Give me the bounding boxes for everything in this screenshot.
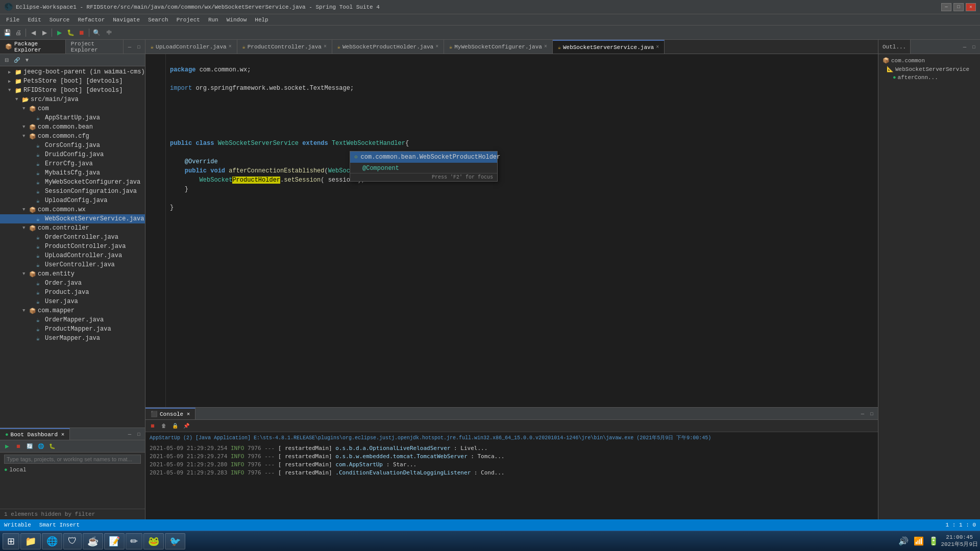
- outline-item-com[interactable]: 📦 com.common: [880, 56, 978, 65]
- sidebar-minimize-btn[interactable]: ─: [126, 43, 134, 51]
- save-button[interactable]: 💾: [2, 28, 12, 38]
- editor-tab-WebSocketServerService-java[interactable]: ☕WebSocketServerService.java×: [553, 40, 665, 54]
- tree-item[interactable]: ▼📁RFIDStore [boot] [devtools]: [0, 86, 145, 95]
- tree-item[interactable]: ☕AppStartUp.java: [0, 113, 145, 122]
- close-button[interactable]: ✕: [966, 3, 976, 11]
- menu-item-search[interactable]: Search: [144, 16, 173, 24]
- sidebar-maximize-btn[interactable]: □: [135, 43, 143, 51]
- stop-button[interactable]: ⏹: [77, 28, 87, 38]
- tree-item[interactable]: ▼📂src/main/java: [0, 95, 145, 104]
- tree-item[interactable]: ☕UserController.java: [0, 260, 145, 269]
- tab-close[interactable]: ×: [229, 44, 232, 49]
- boot-restart-btn[interactable]: 🔄: [24, 441, 35, 452]
- taskbar-shield[interactable]: 🛡: [63, 533, 82, 549]
- console-pin-btn[interactable]: 📌: [181, 421, 191, 431]
- tree-item[interactable]: ☕ProductMapper.java: [0, 324, 145, 334]
- tree-item[interactable]: ▶📁jeecg-boot-parent (in waimai-cms): [0, 67, 145, 77]
- taskbar-browser[interactable]: 🌐: [42, 533, 62, 549]
- tree-item[interactable]: ☕OrderController.java: [0, 233, 145, 242]
- boot-debug-btn[interactable]: 🐛: [47, 441, 57, 452]
- tree-item[interactable]: ▼📦com.common.wx: [0, 205, 145, 214]
- back-button[interactable]: ◀: [28, 28, 38, 38]
- search-button[interactable]: 🔍: [91, 28, 102, 38]
- outline-item-class[interactable]: 📐 WebSocketServerService: [880, 65, 978, 73]
- tree-item[interactable]: ☕ProductController.java: [0, 242, 145, 251]
- boot-dashboard-tab[interactable]: ● Boot Dashboard ×: [0, 428, 70, 440]
- tree-item[interactable]: ▼📦com.common.cfg: [0, 132, 145, 141]
- forward-button[interactable]: ▶: [39, 28, 50, 38]
- tab-close[interactable]: ×: [435, 44, 438, 49]
- view-menu-btn[interactable]: ▼: [22, 56, 32, 65]
- tab-close[interactable]: ×: [324, 44, 327, 49]
- run-button[interactable]: ▶: [54, 28, 64, 38]
- menu-item-run[interactable]: Run: [204, 16, 223, 24]
- ac-item-0[interactable]: ○ com.common.bean.WebSocketProductHolder: [350, 152, 497, 163]
- project-explorer-tab[interactable]: Project Explorer: [66, 40, 124, 54]
- editor-tab-WebSocketProductHolder-java[interactable]: ☕WebSocketProductHolder.java×: [332, 40, 444, 54]
- package-explorer-tab[interactable]: 📦 Package Explorer: [0, 40, 66, 54]
- tree-item[interactable]: ▼📦com.mapper: [0, 306, 145, 315]
- console-scroll-lock-btn[interactable]: 🔒: [170, 421, 180, 431]
- tree-item[interactable]: ☕MybaitsCfg.java: [0, 168, 145, 178]
- minimize-button[interactable]: ─: [941, 3, 951, 11]
- tree-item[interactable]: ▼📦com.controller: [0, 223, 145, 233]
- tab-close[interactable]: ×: [656, 44, 659, 50]
- right-minimize-btn[interactable]: ─: [961, 43, 969, 51]
- taskbar-bird[interactable]: 🐦: [165, 533, 185, 549]
- boot-minimize-btn[interactable]: ─: [126, 430, 134, 438]
- tree-item[interactable]: ☕UserMapper.java: [0, 334, 145, 343]
- menu-item-navigate[interactable]: Navigate: [109, 16, 144, 24]
- menu-item-edit[interactable]: Edit: [23, 16, 45, 24]
- console-clear-btn[interactable]: 🗑: [159, 421, 169, 431]
- menu-item-help[interactable]: Help: [251, 16, 272, 24]
- boot-local-item[interactable]: ● local: [4, 466, 141, 474]
- boot-start-btn[interactable]: ▶: [2, 441, 12, 452]
- tree-item[interactable]: ▼📦com: [0, 104, 145, 113]
- boot-stop-btn[interactable]: ⏹: [13, 441, 23, 452]
- print-button[interactable]: 🖨: [13, 28, 23, 38]
- tree-item[interactable]: ☕ErrorCfg.java: [0, 159, 145, 168]
- boot-open-btn[interactable]: 🌐: [36, 441, 46, 452]
- menu-item-project[interactable]: Project: [173, 16, 204, 24]
- tree-item[interactable]: ☕CorsConfig.java: [0, 141, 145, 150]
- tree-item[interactable]: ☕DruidConfig.java: [0, 150, 145, 159]
- taskbar-editor2[interactable]: ✏: [126, 533, 142, 549]
- outline-tab[interactable]: Outl...: [878, 40, 911, 54]
- console-maximize-btn[interactable]: □: [868, 410, 876, 418]
- taskbar-frog[interactable]: 🐸: [143, 533, 164, 549]
- tree-item[interactable]: ☕SessionConfiguration.java: [0, 187, 145, 196]
- collapse-all-btn[interactable]: ⊟: [2, 56, 11, 65]
- start-button[interactable]: ⊞: [3, 533, 19, 549]
- tree-item[interactable]: ▼📦com.entity: [0, 269, 145, 279]
- link-editor-btn[interactable]: 🔗: [12, 56, 21, 65]
- outline-item-method[interactable]: ● afterConn...: [880, 73, 978, 82]
- tree-item[interactable]: ☕UploadConfig.java: [0, 196, 145, 205]
- menu-item-source[interactable]: Source: [45, 16, 74, 24]
- right-maximize-btn[interactable]: □: [970, 43, 978, 51]
- boot-maximize-btn[interactable]: □: [135, 430, 143, 438]
- tab-close[interactable]: ×: [544, 44, 547, 49]
- boot-search-input[interactable]: [4, 455, 141, 464]
- editor-tab-UpLoadController-java[interactable]: ☕UpLoadController.java×: [145, 40, 237, 54]
- tree-item[interactable]: ☕OrderMapper.java: [0, 315, 145, 324]
- code-editor[interactable]: package com.common.wx; import org.spring…: [145, 54, 878, 407]
- taskbar-java[interactable]: ☕: [83, 533, 103, 549]
- code-content[interactable]: package com.common.wx; import org.spring…: [166, 54, 878, 407]
- tree-item[interactable]: ▶📁PetsStore [boot] [devtools]: [0, 77, 145, 86]
- tree-item[interactable]: ☕User.java: [0, 297, 145, 306]
- menu-item-window[interactable]: Window: [223, 16, 251, 24]
- tree-item[interactable]: ☕Product.java: [0, 288, 145, 297]
- tree-item[interactable]: ▼📦com.common.bean: [0, 122, 145, 132]
- tree-item[interactable]: ☕UpLoadController.java: [0, 251, 145, 260]
- tree-item[interactable]: ☕Order.java: [0, 279, 145, 288]
- taskbar-editor1[interactable]: 📝: [104, 533, 125, 549]
- console-terminate-btn[interactable]: ⏹: [148, 421, 158, 431]
- tree-item[interactable]: ☕WebSocketServerService.java: [0, 214, 145, 223]
- console-minimize-btn[interactable]: ─: [859, 410, 867, 418]
- menu-item-refactor[interactable]: Refactor: [74, 16, 109, 24]
- maximize-button[interactable]: □: [953, 3, 964, 11]
- debug-button[interactable]: 🐛: [65, 28, 76, 38]
- taskbar-folder[interactable]: 📁: [20, 533, 41, 549]
- console-tab[interactable]: ⬛ Console ×: [145, 408, 195, 419]
- tree-item[interactable]: ☕MyWebSocketConfigurer.java: [0, 178, 145, 187]
